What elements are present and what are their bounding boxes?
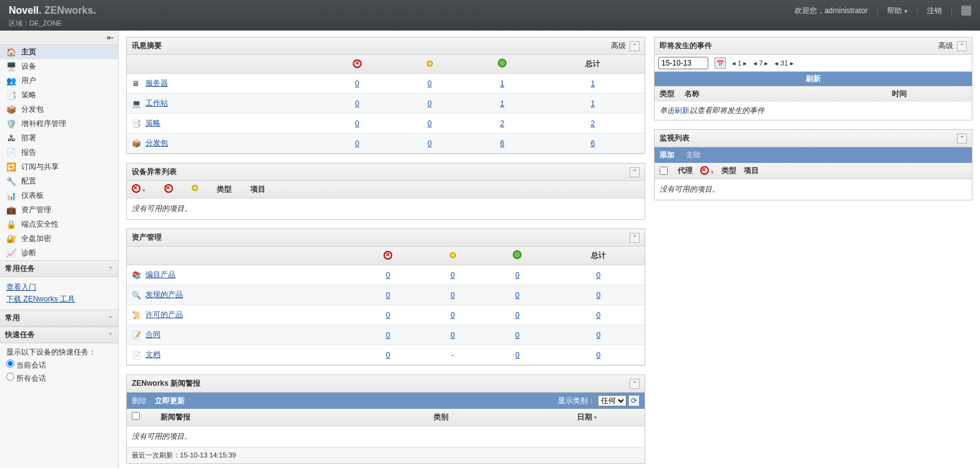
- getting-started-link[interactable]: 查看入门: [6, 282, 112, 293]
- category-select[interactable]: 任何: [598, 395, 626, 406]
- sidebar-collapse-icon[interactable]: ⇤: [107, 32, 114, 42]
- row-link[interactable]: 服务器: [146, 79, 168, 87]
- normal-icon: [498, 59, 507, 67]
- nav-icon: 🖥️: [6, 62, 16, 72]
- nav-label: 策略: [21, 90, 36, 100]
- nav-item-4[interactable]: 📦分发包: [0, 102, 118, 117]
- count-link[interactable]: 0: [450, 331, 455, 340]
- collapse-icon[interactable]: ⌃: [957, 134, 967, 144]
- reload-icon[interactable]: ⟳: [628, 395, 640, 406]
- row-link[interactable]: 文档: [146, 350, 161, 359]
- nav-item-7[interactable]: 📄报告: [0, 145, 118, 160]
- date-input[interactable]: [658, 57, 708, 69]
- count-link[interactable]: 6: [591, 139, 595, 148]
- count-link[interactable]: 0: [386, 291, 390, 300]
- panel-title: 即将发生的事件: [660, 41, 712, 51]
- refresh-link[interactable]: 刷新: [675, 106, 690, 115]
- count-link[interactable]: 0: [428, 119, 432, 128]
- refresh-button[interactable]: 刷新: [655, 72, 972, 86]
- count-link[interactable]: 0: [450, 291, 455, 300]
- nav-item-1[interactable]: 🖥️设备: [0, 59, 118, 74]
- count-link[interactable]: 0: [450, 311, 455, 320]
- row-icon: 🖥: [132, 79, 142, 88]
- count-link[interactable]: 0: [596, 271, 601, 280]
- count-link[interactable]: 0: [428, 99, 432, 108]
- nav-item-9[interactable]: 🔧配置: [0, 174, 118, 188]
- collapse-icon[interactable]: ⌃: [957, 41, 967, 51]
- count-link[interactable]: 1: [591, 79, 595, 88]
- remove-button[interactable]: 去除: [686, 150, 701, 160]
- select-all-checkbox[interactable]: [660, 167, 668, 175]
- pager-31[interactable]: ◂ 31 ▸: [775, 59, 793, 67]
- nav-icon: 📊: [6, 191, 16, 201]
- count-link[interactable]: 2: [591, 119, 595, 128]
- add-button[interactable]: 添加 ▾: [660, 150, 680, 160]
- update-now-button[interactable]: 立即更新: [155, 396, 185, 405]
- calendar-icon[interactable]: 📅: [715, 57, 726, 69]
- settings-icon[interactable]: [961, 6, 971, 16]
- download-tools-link[interactable]: 下载 ZENworks 工具: [6, 294, 112, 305]
- nav-item-11[interactable]: 💼资产管理: [0, 203, 118, 217]
- count-link[interactable]: 0: [515, 271, 520, 280]
- nav-item-6[interactable]: 🖧部署: [0, 131, 118, 145]
- count-link[interactable]: 0: [355, 119, 360, 128]
- pager-7[interactable]: ◂ 7 ▸: [753, 59, 768, 67]
- count-link[interactable]: 1: [591, 99, 595, 108]
- nav-icon: 🔒: [6, 220, 16, 230]
- collapse-icon[interactable]: ⌃: [630, 167, 640, 177]
- nav-item-2[interactable]: 👥用户: [0, 74, 118, 88]
- count-link[interactable]: 0: [515, 311, 520, 320]
- empty-message: 没有可用的项目。: [127, 426, 645, 447]
- count-link[interactable]: 0: [386, 331, 390, 340]
- nav-item-8[interactable]: 🔁订阅与共享: [0, 160, 118, 174]
- nav-item-0[interactable]: 🏠主页: [0, 45, 118, 59]
- help-link[interactable]: 帮助 ▾: [887, 6, 907, 16]
- count-link[interactable]: 2: [500, 119, 505, 128]
- session-current-radio[interactable]: 当前会话: [6, 360, 112, 371]
- delete-button[interactable]: 删除: [132, 396, 147, 405]
- count-link[interactable]: 0: [428, 79, 432, 88]
- count-link[interactable]: 1: [500, 99, 505, 108]
- count-link[interactable]: 0: [386, 311, 390, 320]
- count-link[interactable]: 0: [596, 311, 601, 320]
- logout-link[interactable]: 注销: [927, 6, 942, 16]
- count-link[interactable]: 0: [355, 79, 360, 88]
- count-link[interactable]: 0: [596, 351, 601, 360]
- count-link[interactable]: 0: [596, 331, 601, 340]
- count-link[interactable]: 6: [500, 139, 505, 148]
- count-link[interactable]: 0: [355, 139, 360, 148]
- collapse-icon[interactable]: ⌃: [630, 41, 640, 51]
- critical-icon: [700, 166, 709, 175]
- count-link[interactable]: 1: [500, 79, 505, 88]
- row-link[interactable]: 编目产品: [146, 270, 176, 279]
- row-link[interactable]: 合同: [146, 330, 161, 339]
- count-link[interactable]: 0: [515, 291, 520, 300]
- count-link[interactable]: 0: [515, 351, 520, 360]
- nav-item-12[interactable]: 🔒端点安全性: [0, 217, 118, 232]
- select-all-checkbox[interactable]: [132, 412, 140, 420]
- count-link[interactable]: 0: [355, 99, 360, 108]
- advanced-link[interactable]: 高级: [611, 41, 626, 51]
- pager-1[interactable]: ◂ 1 ▸: [732, 59, 747, 67]
- count-link[interactable]: 0: [386, 271, 390, 280]
- row-link[interactable]: 发现的产品: [146, 290, 183, 299]
- count-link[interactable]: 0: [386, 351, 390, 360]
- nav-item-5[interactable]: 🛡️增补程序管理: [0, 117, 118, 131]
- nav-item-14[interactable]: 📈诊断: [0, 246, 118, 260]
- row-link[interactable]: 许可的产品: [146, 310, 183, 319]
- nav-item-13[interactable]: 🔐全盘加密: [0, 232, 118, 246]
- nav-item-3[interactable]: 📑策略: [0, 88, 118, 102]
- nav-item-10[interactable]: 📊仪表板: [0, 188, 118, 203]
- count-link[interactable]: 0: [596, 291, 601, 300]
- collapse-icon[interactable]: ⌃: [630, 379, 640, 389]
- row-link[interactable]: 策略: [146, 119, 161, 127]
- row-link[interactable]: 分发包: [146, 139, 168, 147]
- count-link[interactable]: 0: [515, 331, 520, 340]
- advanced-link[interactable]: 高级: [938, 41, 953, 51]
- collapse-icon[interactable]: ⌃: [630, 233, 640, 243]
- session-all-radio[interactable]: 所有会话: [6, 373, 112, 384]
- row-link[interactable]: 工作站: [146, 99, 168, 107]
- count-link[interactable]: 0: [450, 271, 455, 280]
- nav-label: 端点安全性: [21, 219, 59, 230]
- count-link[interactable]: 0: [428, 139, 432, 148]
